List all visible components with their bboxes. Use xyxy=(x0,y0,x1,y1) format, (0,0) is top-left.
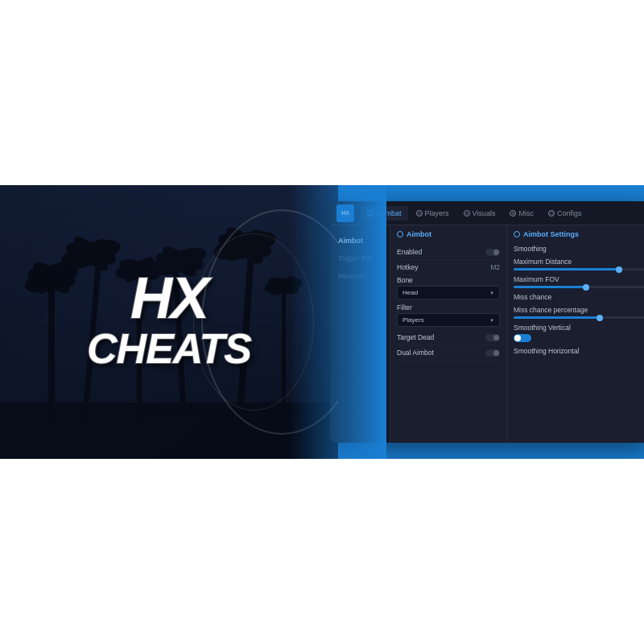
slider-smoothing-vertical: Smoothing Vertical xyxy=(514,324,644,342)
miss-chance-label: Miss chance xyxy=(514,293,644,301)
setting-target-dead: Target Dead xyxy=(397,330,500,345)
smoothing-vertical-toggle[interactable] xyxy=(514,334,531,342)
tab-visuals-label: Visuals xyxy=(473,209,496,217)
slider-miss-chance: Miss chance xyxy=(514,293,644,301)
top-white-area xyxy=(0,0,644,185)
max-fov-label: Maximum FOV xyxy=(514,275,644,283)
max-distance-track[interactable] xyxy=(514,268,644,270)
max-distance-fill xyxy=(514,268,619,270)
tab-configs[interactable]: ☐ Configs xyxy=(542,206,588,221)
hotkey-value[interactable]: M2 xyxy=(490,263,500,271)
smoothing-horizontal-label: Smoothing Horizontal xyxy=(514,347,644,355)
slider-max-distance: Maximum Distance xyxy=(514,258,644,270)
panel-main: Aimbot Enabled Hotkey M2 xyxy=(390,225,644,443)
aimbot-settings-panel: Aimbot Settings Smoothing Maximum Distan… xyxy=(507,225,644,443)
smoothing-label: Smoothing xyxy=(514,245,644,253)
bone-dropdown[interactable]: Head ▼ xyxy=(397,286,500,299)
max-distance-thumb[interactable] xyxy=(616,266,622,273)
bone-value: Head xyxy=(402,289,418,296)
setting-hotkey: Hotkey M2 xyxy=(397,260,500,275)
bone-chevron: ▼ xyxy=(489,291,494,295)
slider-miss-chance-pct: Miss chance percentage xyxy=(514,306,644,319)
configs-icon: ☐ xyxy=(548,210,555,217)
tab-players-label: Players xyxy=(425,209,449,217)
tab-misc[interactable]: ⚙ Misc xyxy=(503,206,540,221)
miss-chance-pct-thumb[interactable] xyxy=(597,315,603,321)
setting-dual-aimbot: Dual Aimbot xyxy=(397,345,500,361)
players-icon: ⊙ xyxy=(416,210,423,217)
aimbot-settings-icon xyxy=(514,231,520,237)
misc-icon: ⚙ xyxy=(510,210,516,217)
bottom-white-area xyxy=(0,459,644,644)
max-fov-fill xyxy=(514,286,586,288)
aimbot-section-header: Aimbot xyxy=(397,230,500,238)
filter-value: Players xyxy=(402,316,424,324)
tab-misc-label: Misc xyxy=(518,209,534,217)
visuals-icon: ⊙ xyxy=(464,210,470,217)
setting-enabled: Enabled xyxy=(397,245,500,260)
target-dead-toggle[interactable] xyxy=(485,334,500,341)
bone-label: Bone xyxy=(397,276,413,284)
banner-left: HX CHEATS xyxy=(0,185,338,459)
aimbot-settings-header: Aimbot Settings xyxy=(514,230,644,238)
svg-rect-2 xyxy=(48,282,55,419)
target-dead-label: Target Dead xyxy=(397,333,434,341)
miss-chance-pct-fill xyxy=(514,316,600,319)
smoothing-vertical-label: Smoothing Vertical xyxy=(514,324,644,332)
filter-chevron: ▼ xyxy=(489,318,494,323)
banner-wedge xyxy=(290,185,386,459)
miss-chance-pct-track[interactable] xyxy=(514,316,644,319)
slider-max-fov: Maximum FOV xyxy=(514,275,644,288)
tab-configs-label: Configs xyxy=(557,209,582,217)
max-fov-thumb[interactable] xyxy=(583,284,589,291)
slider-smoothing-horizontal: Smoothing Horizontal xyxy=(514,347,644,355)
aimbot-settings-title: Aimbot Settings xyxy=(523,230,579,238)
filter-dropdown[interactable]: Players ▼ xyxy=(397,313,500,327)
tab-visuals[interactable]: ⊙ Visuals xyxy=(457,206,502,221)
dual-aimbot-toggle[interactable] xyxy=(485,349,500,357)
aimbot-section-icon xyxy=(397,231,403,237)
nav-tabs: ⊙ Combat ⊙ Players ⊙ Visuals ⚙ Misc xyxy=(361,206,644,221)
max-fov-track[interactable] xyxy=(514,286,644,288)
max-distance-label: Maximum Distance xyxy=(514,258,644,266)
dual-aimbot-label: Dual Aimbot xyxy=(397,349,434,357)
setting-filter: Filter Players ▼ xyxy=(397,303,500,327)
enabled-label: Enabled xyxy=(397,248,422,256)
slider-smoothing: Smoothing xyxy=(514,245,644,253)
filter-label: Filter xyxy=(397,303,412,312)
hotkey-label: Hotkey xyxy=(397,263,418,271)
banner: HX CHEATS HX ⊙ Combat ⊙ Players xyxy=(0,185,644,459)
aimbot-section-title: Aimbot xyxy=(407,230,431,238)
setting-bone: Bone Head ▼ xyxy=(397,275,500,299)
enabled-toggle[interactable] xyxy=(485,249,500,256)
tab-players[interactable]: ⊙ Players xyxy=(410,206,456,221)
miss-chance-pct-label: Miss chance percentage xyxy=(514,306,644,314)
aimbot-panel: Aimbot Enabled Hotkey M2 xyxy=(390,225,507,443)
